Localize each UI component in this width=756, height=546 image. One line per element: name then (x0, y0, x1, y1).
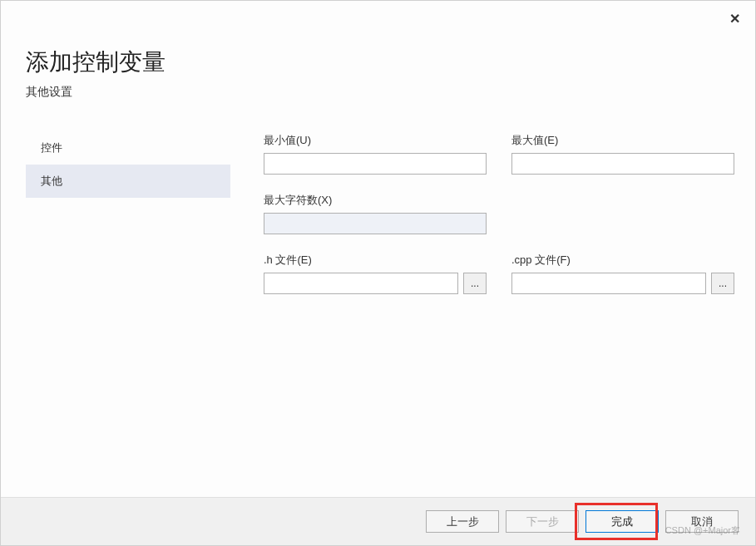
form-row-minmax: 最小值(U) 最大值(E) (264, 133, 734, 175)
dialog-footer: 上一步 下一步 完成 取消 (1, 497, 755, 545)
form-group-maxchars: 最大字符数(X) (264, 193, 487, 234)
form-group-max: 最大值(E) (511, 133, 734, 175)
cpp-file-label: .cpp 文件(F) (511, 253, 734, 268)
h-file-label: .h 文件(E) (264, 253, 487, 268)
close-icon[interactable]: ✕ (729, 11, 740, 27)
dialog-title: 添加控制变量 (26, 47, 730, 78)
h-file-input[interactable] (264, 273, 458, 294)
sidebar: 控件 其他 (26, 131, 230, 497)
form-group-hfile: .h 文件(E) ... (264, 253, 487, 294)
cpp-file-input[interactable] (511, 273, 706, 294)
max-value-input[interactable] (511, 153, 734, 175)
cpp-file-browse-button[interactable]: ... (711, 273, 734, 294)
dialog-content: 控件 其他 最小值(U) 最大值(E) 最大字符数(X) (1, 108, 755, 497)
h-file-browse-button[interactable]: ... (463, 273, 487, 294)
next-button: 下一步 (506, 510, 579, 533)
max-chars-input (264, 213, 487, 234)
form-area: 最小值(U) 最大值(E) 最大字符数(X) .h 文件(E) (230, 131, 734, 497)
finish-button[interactable]: 完成 (586, 510, 659, 533)
form-group-min: 最小值(U) (264, 133, 487, 175)
form-row-files: .h 文件(E) ... .cpp 文件(F) ... (264, 253, 734, 294)
min-value-input[interactable] (264, 153, 487, 175)
form-row-maxchars: 最大字符数(X) (264, 193, 734, 234)
dialog-window: ✕ 添加控制变量 其他设置 控件 其他 最小值(U) 最大值(E) (0, 0, 756, 546)
max-value-label: 最大值(E) (511, 133, 734, 148)
prev-button[interactable]: 上一步 (426, 510, 499, 533)
sidebar-item-control[interactable]: 控件 (26, 131, 230, 165)
min-value-label: 最小值(U) (264, 133, 487, 148)
sidebar-item-other[interactable]: 其他 (26, 165, 230, 198)
h-file-input-wrap: ... (264, 273, 487, 294)
max-chars-label: 最大字符数(X) (264, 193, 487, 208)
dialog-header: 添加控制变量 其他设置 (1, 1, 755, 108)
cpp-file-input-wrap: ... (511, 273, 734, 294)
form-group-cppfile: .cpp 文件(F) ... (511, 253, 734, 294)
cancel-button[interactable]: 取消 (665, 510, 739, 533)
dialog-subtitle: 其他设置 (26, 85, 730, 100)
